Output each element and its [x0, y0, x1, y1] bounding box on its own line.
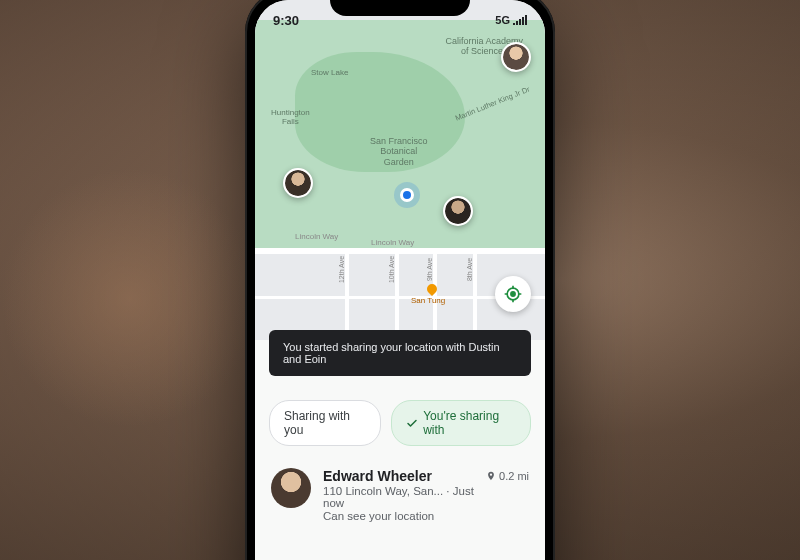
phone-frame: 9:30 5G California Academy of Sciences S…	[245, 0, 555, 560]
recenter-button[interactable]	[495, 276, 531, 312]
label-12th: 12th Ave	[338, 256, 345, 283]
contact-name: Edward Wheeler	[323, 468, 474, 484]
map-view[interactable]: California Academy of Sciences San Franc…	[255, 0, 545, 340]
label-lincoln1: Lincoln Way	[371, 238, 414, 247]
svg-point-1	[511, 292, 515, 296]
signal-icon	[513, 15, 527, 25]
avatar-pin-2[interactable]	[283, 168, 313, 198]
label-9th: 9th Ave	[426, 258, 433, 281]
target-icon	[503, 284, 523, 304]
bottom-sheet[interactable]: Sharing with you You're sharing with Edw…	[255, 360, 545, 560]
contact-address: 110 Lincoln Way, San... · Just now	[323, 485, 474, 509]
label-8th: 8th Ave	[466, 258, 473, 281]
contact-row[interactable]: Edward Wheeler 110 Lincoln Way, San... ·…	[255, 462, 545, 528]
contact-info: Edward Wheeler 110 Lincoln Way, San... ·…	[323, 468, 474, 522]
status-indicators: 5G	[495, 14, 527, 26]
contact-avatar[interactable]	[271, 468, 311, 508]
label-garden: San Francisco Botanical Garden	[370, 136, 428, 167]
label-huntington: Huntington Falls	[271, 108, 310, 126]
label-santung: San Tung	[411, 296, 445, 305]
distance-value: 0.2 mi	[499, 470, 529, 482]
phone-notch	[330, 0, 470, 16]
tab-youre-sharing-with[interactable]: You're sharing with	[391, 400, 531, 446]
label-10th: 10th Ave	[388, 256, 395, 283]
contact-distance: 0.2 mi	[486, 470, 529, 482]
network-label: 5G	[495, 14, 510, 26]
avatar-pin-1[interactable]	[501, 42, 531, 72]
my-location-dot[interactable]	[400, 188, 414, 202]
contact-subtext: Can see your location	[323, 510, 474, 522]
road-lincoln	[255, 248, 545, 254]
label-lincoln2: Lincoln Way	[295, 232, 338, 241]
avatar-pin-3[interactable]	[443, 196, 473, 226]
label-stow: Stow Lake	[311, 68, 348, 77]
sharing-tabs: Sharing with you You're sharing with	[255, 400, 545, 462]
tab-label: You're sharing with	[423, 409, 516, 437]
toast-notification: You started sharing your location with D…	[269, 330, 531, 376]
toast-text: You started sharing your location with D…	[283, 341, 500, 365]
tab-label: Sharing with you	[284, 409, 366, 437]
check-icon	[406, 417, 418, 430]
status-time: 9:30	[273, 13, 299, 28]
phone-screen: 9:30 5G California Academy of Sciences S…	[255, 0, 545, 560]
location-pin-icon	[486, 471, 496, 481]
tab-sharing-with-you[interactable]: Sharing with you	[269, 400, 381, 446]
